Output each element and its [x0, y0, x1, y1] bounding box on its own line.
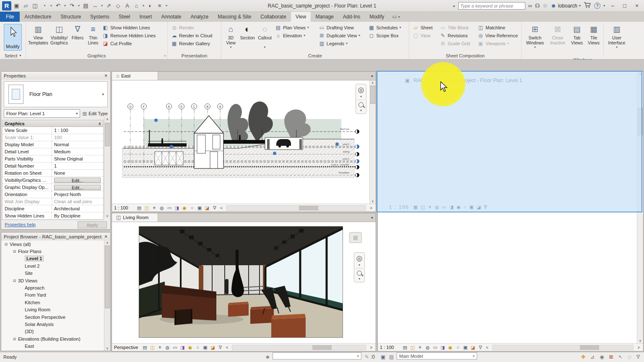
measure-caret-icon[interactable]: ▾ [100, 2, 104, 10]
design-options-icon[interactable]: ▨ [389, 354, 394, 360]
collapse-icon[interactable]: < [220, 206, 223, 210]
type-selector[interactable]: Floor Plan ▾ [4, 81, 108, 107]
panel-expander-icon[interactable]: » [164, 54, 166, 58]
favorites-icon[interactable]: ☆ [543, 3, 548, 9]
measure-icon[interactable]: ↔ [91, 2, 99, 10]
east-vertical-scrollbar[interactable]: ∧∨ [369, 80, 376, 204]
property-row[interactable]: Detail Number1 [3, 163, 103, 170]
visual-style-icon[interactable]: ◫ [409, 345, 416, 350]
modify-button[interactable]: Modify [4, 24, 22, 51]
tree-item-elevations[interactable]: ⊟Elevations (Building Elevation) [1, 335, 104, 342]
revisions-button[interactable]: ✎Revisions [440, 31, 474, 39]
customize-qat-icon[interactable]: ▾ [165, 2, 168, 10]
tree-item-from-yard[interactable]: From Yard [1, 292, 104, 299]
undo-caret-icon[interactable]: ▾ [63, 2, 67, 10]
tab-views-button[interactable]: ▤Tab Views [569, 23, 585, 46]
steering-wheel-caret-icon[interactable]: ▾ [360, 95, 362, 98]
scope-box-button[interactable]: ◻Scope Box [368, 31, 405, 39]
search-help-icon[interactable]: ∞ [528, 3, 532, 9]
steering-wheel-icon[interactable]: ◎ [358, 85, 364, 94]
property-row[interactable]: Visibility/Graphics ...Edit... [3, 177, 103, 184]
east-view-canvas[interactable]: G F E D C B A [112, 80, 376, 204]
tile-views-button[interactable]: ▦Tile Views [585, 23, 602, 46]
tree-item-east[interactable]: East [1, 342, 104, 349]
property-row[interactable]: Display ModelNormal [3, 141, 103, 148]
panel-sheet-composition-label[interactable]: Sheet Composition [446, 53, 485, 58]
view-tab-east[interactable]: ⌂East [112, 72, 158, 80]
recent-documents-icon[interactable]: ▣ [13, 2, 21, 10]
reveal-hidden-elements-icon[interactable]: ○ [189, 205, 195, 210]
new-horizontal-scrollbar[interactable] [492, 345, 634, 350]
tab-manage[interactable]: Manage [311, 12, 338, 22]
tree-item-section-perspective[interactable]: Section Perspective [1, 313, 104, 321]
tree-item-level-1[interactable]: Level 1 [1, 255, 104, 262]
ribbon-options-icon[interactable]: ▭ [392, 14, 397, 20]
steering-wheel-caret-icon[interactable]: ▾ [358, 263, 360, 267]
instance-selector[interactable]: Floor Plan: Level 1▾ [4, 109, 80, 118]
panel-graphics-label[interactable]: Graphics [87, 53, 106, 58]
visual-style-icon[interactable]: ◫ [143, 205, 150, 211]
edit-type-button[interactable]: ⊞Edit Type [82, 111, 108, 117]
properties-close-icon[interactable]: ✕ [104, 73, 108, 78]
tab-add-ins[interactable]: Add-Ins [338, 12, 365, 22]
communication-center-icon[interactable]: ☊ [535, 3, 540, 9]
design-option-selector[interactable]: Main Model▾ [397, 352, 477, 359]
zoom-caret-icon[interactable]: ▾ [358, 277, 360, 281]
view-templates-button[interactable]: ▥View Templates [28, 23, 49, 46]
user-interface-button[interactable]: ▥User Interface▾ [605, 23, 628, 49]
living-view-canvas[interactable]: ◎ ▾ ▾ [112, 222, 376, 343]
panel-create-label[interactable]: Create [308, 53, 322, 58]
scroll-right-icon[interactable]: > [370, 345, 372, 350]
thin-lines-button[interactable]: ≡Thin Lines [86, 23, 101, 46]
tab-file[interactable]: File [0, 12, 20, 22]
remove-hidden-lines-button[interactable]: ◨Remove Hidden Lines [102, 31, 156, 39]
navigation-flyout[interactable]: ▤ [349, 232, 362, 243]
select-pinned-elements-icon[interactable]: ◉ [600, 354, 604, 360]
worksharing-display-icon[interactable]: ▣ [202, 345, 208, 350]
detail-level-icon[interactable]: ▤ [402, 345, 408, 350]
perspective-control[interactable]: Perspective [114, 345, 138, 350]
select-elements-by-face-icon[interactable]: ⊠ [609, 354, 613, 360]
collapse-icon[interactable]: < [226, 345, 228, 350]
switch-windows-button[interactable]: ⊞Switch Windows▾ [523, 23, 547, 49]
tab-systems[interactable]: Systems [86, 12, 114, 22]
property-row[interactable]: DisciplineArchitectural [3, 205, 103, 212]
default-3d-view-icon[interactable]: ⌂ [132, 2, 140, 10]
tab-collaborate[interactable]: Collaborate [256, 12, 291, 22]
panel-presentation-label[interactable]: Presentation [182, 53, 208, 58]
detail-level-icon[interactable]: ▤ [136, 205, 143, 211]
properties-scrollbar[interactable]: ∧∨ [104, 117, 110, 218]
view-tab-living-room[interactable]: ◫Living Room [112, 213, 158, 222]
view-tab-menu-icon[interactable]: ▾ [369, 213, 376, 222]
crop-view-icon[interactable]: ▭ [171, 345, 178, 350]
show-crop-region-icon[interactable]: ◨ [439, 345, 446, 350]
3d-view-caret-icon[interactable]: ▾ [142, 2, 145, 10]
schedules-button[interactable]: ▦Schedules▾ [368, 23, 405, 31]
callout-button[interactable]: ◌Callout▾ [256, 23, 273, 49]
view-tab-menu-icon[interactable]: ▾ [369, 72, 376, 80]
detail-level-icon[interactable]: ▤ [141, 345, 148, 350]
temporary-view-properties-icon[interactable]: ◪ [204, 205, 210, 211]
visual-style-icon[interactable]: ◫ [149, 345, 156, 350]
select-underlay-elements-icon[interactable]: ⊿ [590, 354, 595, 360]
sun-path-icon[interactable]: ☀ [156, 345, 163, 350]
maximize-button[interactable]: □ [620, 3, 629, 9]
cut-profile-button[interactable]: ◪Cut Profile [102, 39, 156, 47]
shadows-icon[interactable]: ◍ [158, 205, 165, 211]
duplicate-view-button[interactable]: ⊞Duplicate View▾ [319, 31, 365, 39]
tab-view[interactable]: View [291, 12, 311, 22]
temporary-view-properties-icon[interactable]: ◪ [470, 345, 476, 350]
plan-views-button[interactable]: ▤Plan Views▾ [275, 23, 315, 31]
tree-item-views-all[interactable]: ⊟Views (all) [1, 240, 104, 248]
crop-view-icon[interactable]: ▭ [432, 345, 439, 350]
drag-elements-icon[interactable]: ↖ [618, 354, 623, 360]
redo-caret-icon[interactable]: ▾ [77, 2, 80, 10]
worksharing-display-icon[interactable]: ▣ [462, 345, 469, 350]
help-caret-icon[interactable]: ▾ [603, 4, 605, 8]
help-icon[interactable]: ? [594, 3, 600, 9]
scale-control[interactable]: 1 : 100 [380, 345, 398, 350]
tree-item-approach[interactable]: Approach [1, 284, 104, 291]
scroll-right-icon[interactable]: > [370, 206, 372, 210]
property-row[interactable]: Parts VisibilityShow Original [3, 155, 103, 163]
elevation-button[interactable]: ⌂Elevation▾ [275, 31, 315, 39]
